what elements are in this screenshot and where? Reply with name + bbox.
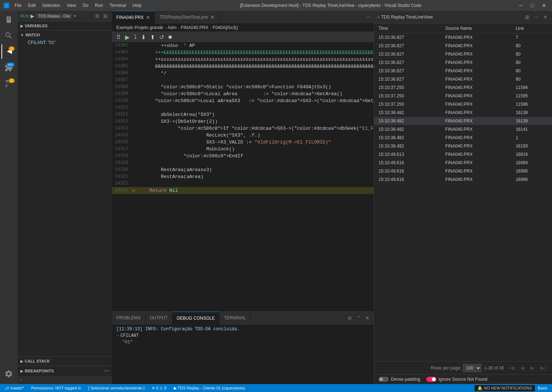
menu-file[interactable]: File: [12, 1, 24, 9]
watch-item-cfilant[interactable]: CFILANT: "01": [17, 39, 112, 46]
menu-help[interactable]: Help: [130, 1, 145, 9]
table-cell-time: 15:10:49.616: [374, 175, 441, 184]
status-right: 🔔 NO NEW NOTIFICATIONS Basic: [475, 385, 549, 391]
dc-step-out-button[interactable]: ⬆: [149, 33, 156, 41]
dc-continue-button[interactable]: ▶: [124, 33, 131, 41]
bottom-clear-button[interactable]: ⊘: [346, 314, 353, 322]
close-button[interactable]: ✕: [540, 2, 548, 9]
bottom-panel-up-button[interactable]: ⌃: [355, 314, 362, 322]
breakpoints-header[interactable]: ▶ BREAKPOINTS ⋯: [17, 365, 112, 376]
status-notification[interactable]: 🔔 NO NEW NOTIFICATIONS: [475, 385, 535, 391]
sidebar-bottom-arrow[interactable]: ›: [20, 377, 22, 383]
menu-selection[interactable]: Selection: [39, 1, 63, 9]
activity-debug-icon[interactable]: 1: [1, 44, 16, 59]
table-row[interactable]: 15:10:36.827FINA040.PRX80: [374, 58, 552, 67]
table-row[interactable]: 15:10:38.482FINA040.PRX16139: [374, 117, 552, 125]
tab-more-button[interactable]: ⋯: [364, 15, 374, 20]
table-row[interactable]: 15:10:37.250FINA040.PRX11594: [374, 84, 552, 92]
table-row[interactable]: 15:10:38.482FINA040.PRX16150: [374, 142, 552, 150]
dc-restart-button[interactable]: ↺: [158, 33, 165, 41]
code-editor[interactable]: 14302 ++±Uso ' AP14303 +++££££££££££££££…: [112, 42, 374, 311]
rows-per-page-select[interactable]: 100 50 25: [463, 364, 481, 372]
variables-header[interactable]: ▶ VARIABLES: [17, 21, 112, 30]
bell-icon: 🔔: [477, 386, 483, 391]
breadcrumb-function[interactable]: F040AjtSx3(): [213, 25, 238, 30]
call-stack-header[interactable]: ▶ CALL STACK: [17, 356, 112, 365]
activity-settings-icon[interactable]: [1, 367, 16, 381]
status-branch[interactable]: ⎇ master*: [3, 386, 25, 391]
bottom-tab-problems[interactable]: PROBLEMS: [112, 312, 145, 324]
table-row[interactable]: 15:10:36.827FINA040.PRX80: [374, 42, 552, 50]
menu-run[interactable]: Run: [92, 1, 106, 9]
bottom-panel-close-button[interactable]: ✕: [364, 314, 371, 322]
dc-drag-icon[interactable]: ⠿: [115, 33, 122, 41]
activity-extensions-icon[interactable]: 943: [1, 60, 16, 75]
watch-header[interactable]: ▼ WATCH: [17, 31, 112, 39]
status-errors[interactable]: ✕ 0 ⚠ 0: [150, 386, 168, 391]
debug-config-dropdown[interactable]: ▾: [74, 13, 76, 19]
debug-config-selector[interactable]: TDS Replay - Clie: [36, 13, 72, 19]
panel-close-button[interactable]: ✕: [542, 13, 549, 21]
code-text: "color:#c586c0">Static "color:#c586c0">F…: [137, 84, 374, 90]
table-row[interactable]: 15:10:36.827FINA040.PRX80: [374, 67, 552, 75]
dc-stop-button[interactable]: ■: [167, 33, 173, 41]
status-language[interactable]: Basic: [536, 386, 549, 390]
panel-more-button[interactable]: ⋯: [532, 13, 540, 21]
panel-layout-button[interactable]: ⊞: [524, 13, 531, 21]
tab-tdsreplay[interactable]: TDSReplayStartStop.prw ✕: [155, 11, 219, 24]
table-row[interactable]: 15:10:36.827FINA040.PRX80: [374, 50, 552, 58]
table-row[interactable]: 15:10:36.827FINA040.PRX80: [374, 75, 552, 84]
dense-padding-toggle[interactable]: [379, 377, 389, 382]
minimize-button[interactable]: ─: [517, 2, 525, 9]
table-row[interactable]: 15:10:49.616FINA040.PRX16994: [374, 159, 552, 167]
line-number: 14323: [112, 187, 131, 194]
bottom-tab-terminal[interactable]: TERMINAL: [220, 312, 251, 324]
ignore-source-toggle[interactable]: [426, 377, 436, 382]
status-select-server[interactable]: [ Selecionar servidor/ambiente ]: [87, 386, 146, 390]
table-row[interactable]: 15:10:36.827FINA040.PRX7: [374, 33, 552, 42]
activity-source-control-icon[interactable]: 1: [1, 76, 16, 91]
tab-fina040-close[interactable]: ✕: [146, 15, 150, 20]
table-row[interactable]: 15:10:38.482FINA040.PRX16138: [374, 109, 552, 117]
tab-tdsreplay-close[interactable]: ✕: [210, 14, 215, 20]
dc-step-into-button[interactable]: ⬇: [140, 33, 147, 41]
pagination-prev-button[interactable]: ◀: [519, 364, 526, 372]
breakpoints-expand-icon[interactable]: ⋯: [104, 368, 109, 374]
menu-view[interactable]: View: [64, 1, 79, 9]
debug-play-button[interactable]: ▶: [31, 13, 35, 19]
table-cell-source: FINA040.PRX: [441, 100, 511, 109]
breadcrumb-sep-2: ›: [178, 25, 179, 30]
table-row[interactable]: 15:10:38.482FINA040.PRX1: [374, 134, 552, 142]
dc-step-over-button[interactable]: ⤵: [132, 33, 138, 41]
pagination-last-button[interactable]: ▶|: [539, 364, 548, 372]
bottom-tab-debug-console[interactable]: DEBUG CONSOLE: [172, 312, 220, 324]
status-tds-replay[interactable]: ▶ TDS Replay - Cliente 01 (cquerytests): [172, 386, 247, 391]
table-row[interactable]: 15:10:37.250FINA040.PRX11596: [374, 100, 552, 109]
activity-search-icon[interactable]: [1, 28, 16, 43]
status-permissions[interactable]: Permissions: NOT logged in: [30, 386, 83, 390]
maximize-button[interactable]: □: [529, 2, 536, 9]
table-row[interactable]: 15:10:38.482FINA040.PRX16141: [374, 125, 552, 134]
rows-per-page: Rows per page: 100 50 25: [431, 364, 481, 372]
menu-go[interactable]: Go: [80, 1, 91, 9]
tab-fina040[interactable]: FINA040.PRX ✕: [112, 11, 155, 24]
debug-split-icon[interactable]: ⊞: [102, 12, 109, 20]
code-text: Return Nil: [137, 187, 374, 194]
breadcrumb-root[interactable]: Exemplo Projeto grande: [116, 25, 163, 30]
pagination-first-button[interactable]: |◀: [507, 364, 516, 372]
menu-terminal[interactable]: Terminal: [107, 1, 129, 9]
pagination-next-button[interactable]: ▶: [529, 364, 536, 372]
table-row[interactable]: 15:10:49.613FINA040.PRX16816: [374, 150, 552, 159]
table-row[interactable]: 15:10:37.250FINA040.PRX11595: [374, 92, 552, 100]
debug-settings-icon[interactable]: ⚙: [93, 12, 101, 20]
menu-edit[interactable]: Edit: [25, 1, 39, 9]
debug-toolbar: RUN ▶ TDS Replay - Clie ▾ ⚙ ⊞: [17, 11, 112, 21]
activity-explorer-icon[interactable]: [1, 12, 16, 27]
timeline-table[interactable]: Time Source Name Line 15:10:36.827FINA04…: [374, 24, 552, 361]
breadcrumb-file[interactable]: FINA040.PRX: [181, 25, 208, 30]
bottom-tab-output[interactable]: OUTPUT: [145, 312, 172, 324]
table-row[interactable]: 15:10:49.616FINA040.PRX16995: [374, 167, 552, 175]
debug-sidebar: RUN ▶ TDS Replay - Clie ▾ ⚙ ⊞ ▶ VARIABLE…: [17, 11, 112, 384]
breadcrumb-adm[interactable]: Adm: [168, 25, 177, 30]
table-row[interactable]: 15:10:49.616FINA040.PRX16996: [374, 175, 552, 184]
